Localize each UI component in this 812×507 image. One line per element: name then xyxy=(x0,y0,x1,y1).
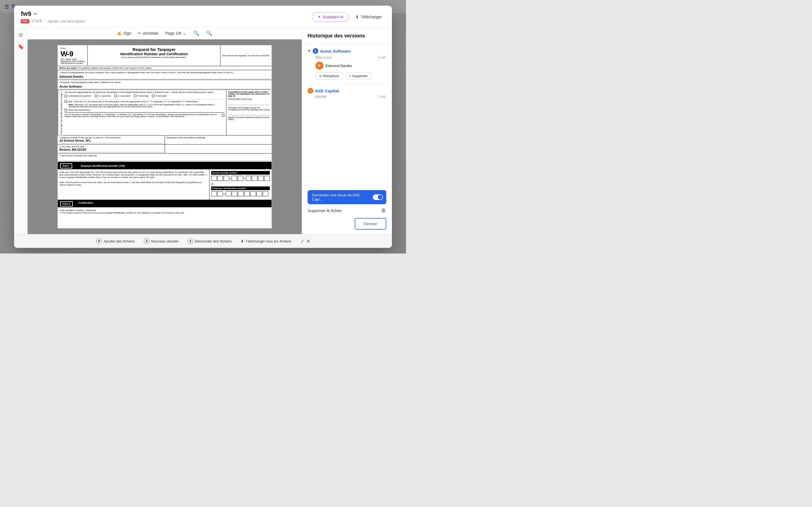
ssn-box-3[interactable] xyxy=(223,176,229,181)
ein-box-1[interactable] xyxy=(211,191,217,196)
axe-name: AXE Capital xyxy=(315,89,339,93)
document-content: Form W-9 (Rev. March 2024) Department of… xyxy=(28,40,302,234)
page-chevron-icon[interactable]: ⌄ xyxy=(183,31,186,36)
review-toggle[interactable] xyxy=(369,190,386,204)
requester-label: Requester's name and address (optional) xyxy=(167,136,270,139)
cb-llc-box[interactable] xyxy=(64,100,67,103)
ssn-box-5[interactable] xyxy=(238,176,243,181)
panel-title: Historique des versions xyxy=(308,33,386,39)
remplacer-icon: ↻ xyxy=(319,74,322,78)
status-check-button[interactable]: ✓ ≡ xyxy=(300,238,310,244)
download-all-button[interactable]: ⬇ Télécharger tous les fichiers xyxy=(241,239,292,243)
cb-scorp-box[interactable] xyxy=(114,95,117,97)
cb-ccorp-box[interactable] xyxy=(95,95,97,97)
ai-assistant-button[interactable]: ✦ Assistant IA xyxy=(312,12,349,22)
file-size: 175KB xyxy=(32,19,42,23)
part1-label: Part I xyxy=(60,163,72,168)
cb-individual: Individual/sole proprietor xyxy=(64,95,91,97)
pdf-badge: PDF xyxy=(21,19,29,23)
cb-3b-box[interactable] xyxy=(222,114,224,117)
ssn-box-8[interactable] xyxy=(258,176,264,181)
part2-label: Part II xyxy=(60,202,73,207)
w9-form: Form W-9 (Rev. March 2024) Department of… xyxy=(57,45,272,228)
add-files-button[interactable]: + Ajouter des fichiers xyxy=(96,238,135,244)
sign-icon: ✍ xyxy=(117,31,122,36)
toggle-thumb xyxy=(378,195,382,200)
zoom-in-icon: 🔍 xyxy=(206,31,212,36)
delete-file-row[interactable]: Supprimer le fichier 🗑 xyxy=(308,208,386,214)
supprimer-icon: × xyxy=(349,74,351,78)
sign-button[interactable]: ✍ Sign xyxy=(117,31,131,36)
w9-sub-title: Identification Number and Certification xyxy=(89,52,218,56)
cb-partnership: Partnership xyxy=(134,95,148,97)
exemptions-title: 4 Exemptions (codes apply only to certai… xyxy=(228,91,270,97)
supprimer-button[interactable]: × Supprimer xyxy=(345,72,371,80)
cb-trust-box[interactable] xyxy=(152,95,154,97)
add-files-icon: + xyxy=(96,238,102,244)
download-label: Télécharger xyxy=(361,15,382,19)
ein-box-5[interactable] xyxy=(238,191,244,196)
fermer-button[interactable]: Fermer xyxy=(355,218,386,230)
modal-filename: fw9 xyxy=(21,10,31,17)
annotate-icon: ✏ xyxy=(138,31,141,36)
pages-icon[interactable]: ⊞ xyxy=(18,32,23,38)
zoom-in-button[interactable]: 🔍 xyxy=(206,30,212,36)
ssn-box-2[interactable] xyxy=(217,176,223,181)
ssn-label: Social security number xyxy=(211,171,270,175)
version-actions: ↻ Remplacer × Supprimer xyxy=(315,72,386,80)
ein-box-7[interactable] xyxy=(250,191,256,196)
edit-filename-icon[interactable]: ✏ xyxy=(34,11,37,17)
version-update-row: Mise à jour 1 oct. xyxy=(315,55,386,59)
begin-text: For guidance related to the purpose of F… xyxy=(78,67,152,69)
ein-box-8[interactable] xyxy=(257,191,262,196)
or-text: or xyxy=(211,182,270,185)
ein-box-9[interactable] xyxy=(263,191,268,196)
form-label: Form xyxy=(61,47,85,50)
modal-header-left: fw9 ✏ PDF 175KB · Ajouter une descriptio… xyxy=(21,10,85,24)
ssn-box-7[interactable] xyxy=(252,176,257,181)
ein-box-2[interactable] xyxy=(217,191,223,196)
ssn-box-4[interactable] xyxy=(232,176,237,181)
cb-other-box[interactable] xyxy=(64,109,67,111)
ein-box-6[interactable] xyxy=(244,191,250,196)
begin-label: Before you begin. xyxy=(59,67,77,69)
modal-title-row: fw9 ✏ xyxy=(21,10,85,17)
field2-value: Acme Software xyxy=(59,84,270,89)
cb-scorp: S corporation xyxy=(114,95,131,97)
axe-header[interactable]: 1 AXE Capital xyxy=(308,88,386,94)
annotate-button[interactable]: ✏ Annotate xyxy=(138,31,158,36)
version-badge-2: 2 xyxy=(313,48,318,54)
new-folder-button[interactable]: + Nouveau dossier xyxy=(144,238,179,244)
modal-header: fw9 ✏ PDF 175KB · Ajouter une descriptio… xyxy=(14,6,392,27)
add-description-button[interactable]: Ajouter une description xyxy=(47,19,85,23)
dept-label: Department of the Treasury xyxy=(61,60,85,62)
ssn-box-9[interactable] xyxy=(264,176,270,181)
modal-header-actions: ✦ Assistant IA ⬇ Télécharger xyxy=(312,12,385,22)
cert-text: Under penalties of perjury, I certify th… xyxy=(59,209,270,212)
cert-line1: 1. The number shown on this form is my c… xyxy=(59,212,270,214)
cb-trust: Trust/estate xyxy=(152,95,167,97)
version-acme-expanded: Mise à jour 1 oct. E Edmond Dantès ↻ Re xyxy=(308,55,386,80)
axe-date: 1 oct. xyxy=(378,95,386,99)
ein-box-4[interactable] xyxy=(232,191,238,196)
cert-section: Part II Certification Under penalties of… xyxy=(58,200,271,216)
ssn-box-1[interactable] xyxy=(211,176,217,181)
cb-individual-box[interactable] xyxy=(64,95,67,97)
ai-assistant-label: Assistant IA xyxy=(322,15,343,19)
request-files-button[interactable]: + Demander des fichiers xyxy=(188,238,232,244)
field6-left: 6 City, state, and ZIP code Boston, MA 0… xyxy=(58,145,165,153)
ein-box-3[interactable] xyxy=(225,191,231,196)
fatca-note: (Applies to accounts maintained outside … xyxy=(228,116,270,120)
zoom-out-button[interactable]: 🔍 xyxy=(193,30,199,36)
download-button[interactable]: ⬇ Télécharger xyxy=(352,12,385,21)
ssn-box-6[interactable] xyxy=(246,176,252,181)
bookmarks-icon[interactable]: 🔖 xyxy=(18,44,24,50)
version-item-acme: ▼ 2 Acme Software Mise à jour 1 oct. E xyxy=(308,48,386,80)
version-acme-name: Acme Software xyxy=(320,49,386,54)
rev-date: (Rev. March 2024) xyxy=(61,58,85,60)
ai-star-icon: ✦ xyxy=(317,15,321,19)
version-acme-header[interactable]: ▼ 2 Acme Software xyxy=(308,48,386,54)
cb-partnership-box[interactable] xyxy=(134,95,137,97)
address-section: 5 Address (number, street, and apt. or s… xyxy=(58,135,271,162)
remplacer-button[interactable]: ↻ Remplacer xyxy=(315,72,343,80)
